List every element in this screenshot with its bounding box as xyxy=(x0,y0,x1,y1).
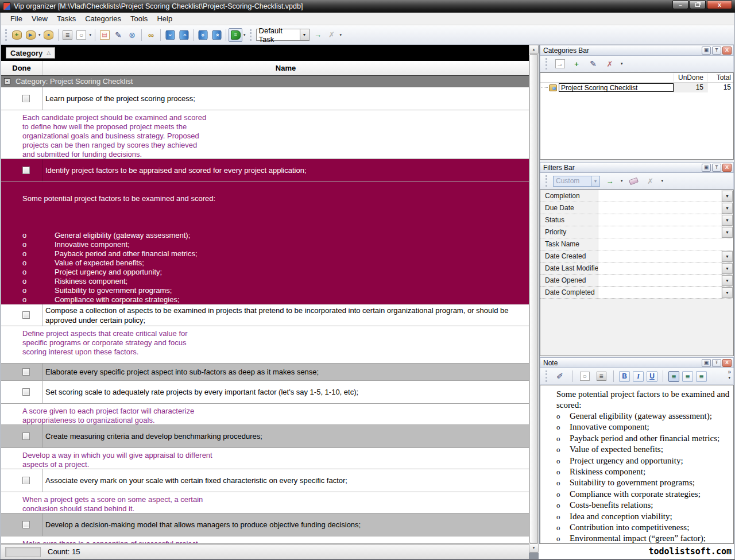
filter-value-field[interactable] xyxy=(598,226,721,238)
new-subcategory-button[interactable]: + xyxy=(570,57,583,71)
list-scrollbar[interactable]: ▴ ▾ xyxy=(529,45,539,553)
note-panel-title[interactable]: Note ▣ Ŧ X xyxy=(540,357,734,368)
panel-close-button[interactable]: X xyxy=(722,359,732,367)
filter-value-field[interactable] xyxy=(598,262,721,274)
new-task-button[interactable]: ▤ xyxy=(98,28,111,42)
bold-button[interactable]: B xyxy=(619,371,630,382)
filters-toolbar-grip[interactable] xyxy=(546,175,547,187)
categories-bar-title[interactable]: Categories Bar ▣ Ŧ X xyxy=(540,45,734,56)
task-note[interactable]: A score given to each project factor wil… xyxy=(1,404,529,425)
group-by-category-button[interactable]: Category △ xyxy=(6,47,55,59)
move-down-button[interactable]: › xyxy=(163,28,177,42)
restore-button[interactable] xyxy=(690,1,706,9)
note-preview-button[interactable]: ○ xyxy=(578,369,591,383)
column-header-name[interactable]: Name xyxy=(42,61,529,75)
align-left-button[interactable]: ≡ xyxy=(668,371,679,382)
task-template-combo[interactable]: Default Task ▼ xyxy=(256,29,310,41)
filter-value-field[interactable] xyxy=(598,202,721,214)
column-header-done[interactable]: Done xyxy=(1,61,42,75)
panel-close-button[interactable]: X xyxy=(722,164,732,172)
task-note[interactable]: Each candidate project should be examine… xyxy=(1,110,529,159)
attach-note-button[interactable]: ✐ xyxy=(553,369,567,383)
notes-toggle-button[interactable]: ≡ xyxy=(229,28,242,42)
new-category-button[interactable]: → xyxy=(553,57,567,71)
print-button[interactable]: ≡ xyxy=(61,28,75,42)
task-checkbox[interactable] xyxy=(22,311,30,319)
dropdown-arrow-icon[interactable]: ▼ xyxy=(722,203,733,214)
categories-toolbar-grip[interactable] xyxy=(546,58,547,69)
task-note[interactable]: Develop a way in which you will give app… xyxy=(1,448,529,469)
category-row[interactable]: Project Scoring Checklist 15 15 xyxy=(540,83,733,92)
task-row[interactable]: Create measuring criteria and develop be… xyxy=(1,425,529,448)
task-note-clipped[interactable]: Make sure there is a conception of succe… xyxy=(1,536,529,544)
categories-toolbar-caret-icon[interactable]: ▾ xyxy=(621,61,623,66)
toolbar-grip-2[interactable] xyxy=(250,29,252,41)
panel-pin-button[interactable]: Ŧ xyxy=(712,164,721,172)
task-row[interactable]: Associate every mark on your scale with … xyxy=(1,469,529,492)
note-print-button[interactable]: ≡ xyxy=(594,369,608,383)
menu-categories[interactable]: Categories xyxy=(80,13,126,24)
clear-task-button[interactable]: ⊗ xyxy=(125,28,139,42)
menu-file[interactable]: File xyxy=(6,13,27,24)
edit-task-button[interactable]: ✎ xyxy=(111,28,125,42)
task-checkbox[interactable] xyxy=(22,167,30,174)
task-note[interactable]: Define project aspects that create criti… xyxy=(1,326,529,364)
collapse-expander-icon[interactable]: - xyxy=(4,78,10,84)
panel-close-button[interactable]: X xyxy=(722,47,732,55)
filters-toolbar-caret-icon[interactable]: ▾ xyxy=(662,179,664,183)
edit-category-button[interactable]: ✎ xyxy=(586,57,600,71)
note-toolbar-grip[interactable] xyxy=(546,370,547,382)
note-content[interactable]: Some potential project factors to be exa… xyxy=(540,385,734,544)
task-row[interactable]: Set scoring scale to adequately rate pro… xyxy=(1,381,529,404)
task-checkbox[interactable] xyxy=(22,521,30,528)
filter-value-field[interactable] xyxy=(598,287,721,298)
delete-template-button[interactable]: ✗ xyxy=(325,28,339,42)
task-row[interactable]: Compose a collection of aspects to be ex… xyxy=(1,304,529,326)
filter-value-field[interactable] xyxy=(598,190,721,202)
task-checkbox[interactable] xyxy=(22,477,30,484)
panel-restore-button[interactable]: ▣ xyxy=(702,359,711,367)
menu-help[interactable]: Help xyxy=(152,13,177,24)
minimize-button[interactable]: – xyxy=(672,1,688,9)
print-preview-caret-icon[interactable]: ▾ xyxy=(90,33,92,37)
category-name[interactable]: Project Scoring Checklist xyxy=(559,83,674,92)
column-header-total[interactable]: Total xyxy=(707,74,733,82)
filters-bar-title[interactable]: Filters Bar ▣ Ŧ X xyxy=(540,162,734,173)
move-to-bottom-button[interactable]: » xyxy=(196,28,210,42)
menu-tasks[interactable]: Tasks xyxy=(52,13,80,24)
apply-filter-caret-icon[interactable]: ▾ xyxy=(621,179,623,183)
category-group-row[interactable]: - Category: Project Scoring Checklist xyxy=(1,76,529,87)
bullet-list-button[interactable]: ≡ xyxy=(696,371,707,382)
scroll-down-button[interactable]: ▾ xyxy=(529,543,539,553)
scrollbar-thumb[interactable] xyxy=(529,54,538,543)
filter-preset-dropdown-icon[interactable]: ▼ xyxy=(591,176,600,187)
panel-restore-button[interactable]: ▣ xyxy=(702,164,711,172)
search-button[interactable]: ∞ xyxy=(144,28,158,42)
move-up-button[interactable]: › xyxy=(177,28,191,42)
panel-pin-button[interactable]: Ŧ xyxy=(712,47,721,55)
dropdown-arrow-icon[interactable]: ▼ xyxy=(722,251,733,262)
task-checkbox[interactable] xyxy=(22,368,30,376)
filter-preset-combo[interactable]: Custom ▼ xyxy=(553,176,600,187)
column-header-undone[interactable]: UnDone xyxy=(674,74,707,82)
save-database-button[interactable]: ▪ xyxy=(42,28,56,42)
note-toolbar-overflow-button[interactable]: » ▾ xyxy=(727,369,732,381)
dropdown-arrow-icon[interactable]: ▼ xyxy=(722,287,733,298)
align-right-button[interactable]: ≡ xyxy=(682,371,693,382)
filter-value-field[interactable] xyxy=(598,275,721,286)
apply-filter-button[interactable]: → xyxy=(603,174,617,188)
underline-button[interactable]: U xyxy=(647,371,657,382)
scroll-up-button[interactable]: ▴ xyxy=(529,45,539,54)
filter-value-field[interactable] xyxy=(598,238,733,250)
apply-template-button[interactable]: → xyxy=(311,28,325,42)
task-checkbox[interactable] xyxy=(22,95,30,102)
notes-toggle-caret-icon[interactable]: ▾ xyxy=(243,33,246,37)
task-checkbox[interactable] xyxy=(22,432,30,440)
task-row[interactable]: Learn purpose of the project scoring pro… xyxy=(1,87,529,110)
close-button[interactable]: X xyxy=(707,1,732,9)
delete-filter-button[interactable]: ✗ xyxy=(644,174,657,188)
dropdown-arrow-icon[interactable]: ▼ xyxy=(722,215,733,226)
task-row[interactable]: Elaborate every specific project aspect … xyxy=(1,364,529,381)
task-row[interactable]: Develop a decision-making model that all… xyxy=(1,513,529,536)
dropdown-arrow-icon[interactable]: ▼ xyxy=(722,191,733,202)
